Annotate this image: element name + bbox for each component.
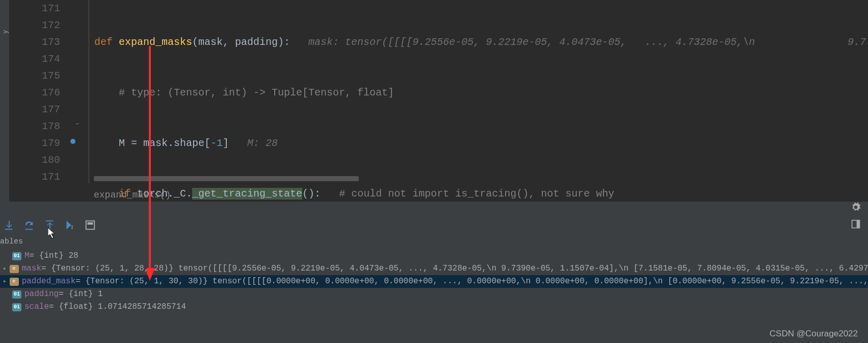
step-over-icon[interactable] xyxy=(23,219,35,231)
line-number: 171 xyxy=(20,168,60,185)
execution-point-marker xyxy=(70,139,75,144)
line-number: 172 xyxy=(20,17,60,34)
variable-row[interactable]: 01M = {int} 28 xyxy=(0,250,868,262)
svg-rect-1 xyxy=(857,220,860,228)
debug-variables-panel: I ables 01M = {int} 28▸≡mask = {Tensor: … xyxy=(0,202,868,343)
chevron-right-icon[interactable]: ▸ xyxy=(3,262,7,275)
variable-row[interactable]: ▸≡padded_mask = {Tensor: (25, 1, 30, 30)… xyxy=(0,275,868,288)
evaluate-expression-icon[interactable] xyxy=(85,219,96,231)
panel-tab-variables[interactable]: ables xyxy=(0,237,23,246)
variable-name: M xyxy=(24,250,30,262)
line-number: 174 xyxy=(20,51,60,67)
svg-rect-3 xyxy=(25,229,33,230)
type-badge: 01 xyxy=(12,303,21,311)
fold-mark[interactable]: – xyxy=(75,120,80,128)
variable-name: scale xyxy=(24,301,49,313)
type-badge: ≡ xyxy=(10,278,19,286)
svg-rect-7 xyxy=(88,223,93,225)
code-area[interactable]: def expand_masks(mask, padding): mask: t… xyxy=(89,0,868,202)
step-into-icon[interactable] xyxy=(3,219,14,231)
left-strip-label: y xyxy=(2,18,9,34)
gear-icon[interactable] xyxy=(851,202,861,215)
variable-row[interactable]: 01padding = {int} 1 xyxy=(0,288,868,301)
line-number: 176 xyxy=(20,84,60,101)
code-line: # type: (Tensor, int) -> Tuple[Tensor, f… xyxy=(89,84,868,101)
svg-rect-6 xyxy=(86,221,95,230)
variable-row[interactable]: 01scale = {float} 1.0714285714285714 xyxy=(0,301,868,313)
line-number: 179 xyxy=(20,135,60,152)
type-badge: ≡ xyxy=(10,265,19,273)
line-number: 175 xyxy=(20,67,60,84)
code-line: def expand_masks(mask, padding): mask: t… xyxy=(89,34,868,51)
chevron-right-icon[interactable]: ▸ xyxy=(3,275,7,288)
svg-text:I: I xyxy=(71,225,74,230)
breadcrumb[interactable]: expand_masks() xyxy=(94,190,171,200)
code-line: if torch._C._get_tracing_state(): # coul… xyxy=(89,185,868,202)
line-number: 171 xyxy=(20,0,60,17)
watermark: CSDN @Courage2022 xyxy=(770,329,858,339)
variable-value: = {Tensor: (25, 1, 30, 30)} tensor([[[[0… xyxy=(75,275,868,288)
variables-list[interactable]: 01M = {int} 28▸≡mask = {Tensor: (25, 1, … xyxy=(0,250,868,343)
svg-rect-4 xyxy=(46,220,54,222)
svg-marker-10 xyxy=(48,228,55,238)
type-badge: 01 xyxy=(12,290,21,299)
variable-value: = {float} 1.0714285714285714 xyxy=(49,301,186,313)
variable-name: mask xyxy=(22,262,41,275)
svg-rect-2 xyxy=(5,229,13,230)
variable-value: = {int} 1 xyxy=(59,288,102,301)
type-badge: 01 xyxy=(12,252,21,260)
line-number: 180 xyxy=(20,152,60,168)
variable-name: padded_mask xyxy=(22,275,76,288)
mouse-cursor xyxy=(48,228,57,240)
variable-row[interactable]: ▸≡mask = {Tensor: (25, 1, 28, 28)} tenso… xyxy=(0,262,868,275)
line-gutter: 171 172 173 174 175 176 177 178 179 180 … xyxy=(20,0,70,202)
layout-icon[interactable] xyxy=(851,219,861,232)
line-number: 178 xyxy=(20,118,60,135)
variable-name: padding xyxy=(24,288,59,301)
line-number: 177 xyxy=(20,101,60,118)
variable-value: = {int} 28 xyxy=(30,250,78,262)
code-editor[interactable]: 171 172 173 174 175 176 177 178 179 180 … xyxy=(20,0,868,202)
horizontal-scrollbar[interactable] xyxy=(94,176,359,181)
code-line: M = mask.shape[-1] M: 28 xyxy=(89,135,868,152)
line-number: 173 xyxy=(20,34,60,51)
run-to-cursor-icon[interactable]: I xyxy=(64,219,75,231)
variable-value: = {Tensor: (25, 1, 28, 28)} tensor([[[[9… xyxy=(41,262,868,275)
